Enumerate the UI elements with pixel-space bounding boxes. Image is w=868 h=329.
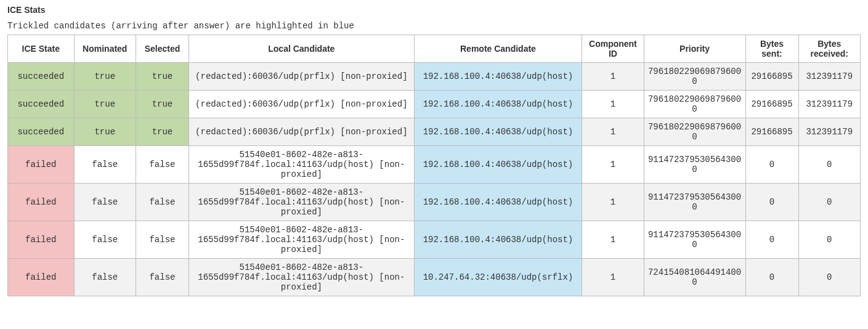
cell-bytes-received: 0 [798,184,860,221]
cell-remote: 192.168.100.4:40638/udp(host) [414,63,582,91]
cell-bytes-received: 0 [798,146,860,184]
cell-bytes-received: 312391179 [798,118,860,146]
cell-nominated: true [74,118,136,146]
cell-bytes-received: 312391179 [798,63,860,91]
cell-priority: 9114723795305643000 [644,221,745,259]
cell-selected: true [136,91,189,118]
cell-remote: 192.168.100.4:40638/udp(host) [414,146,582,184]
header-nominated: Nominated [74,35,136,63]
cell-bytes-received: 312391179 [798,91,860,118]
cell-bytes-received: 0 [798,259,860,296]
cell-ice-state: succeeded [8,63,75,91]
cell-bytes-sent: 0 [745,221,798,259]
cell-nominated: false [74,184,136,221]
cell-ice-state: failed [8,184,75,221]
cell-priority: 7961802290698796000 [644,63,745,91]
cell-bytes-sent: 29166895 [745,91,798,118]
cell-local: 51540e01-8602-482e-a813-1655d99f784f.loc… [189,259,414,296]
ice-stats-table: ICE State Nominated Selected Local Candi… [7,35,861,296]
section-heading: ICE Stats [7,5,861,15]
cell-bytes-sent: 29166895 [745,118,798,146]
cell-selected: false [136,146,189,184]
cell-component: 1 [582,63,644,91]
table-row: succeededtruetrue(redacted):60036/udp(pr… [8,118,861,146]
cell-bytes-sent: 29166895 [745,63,798,91]
cell-component: 1 [582,118,644,146]
header-local: Local Candidate [189,35,414,63]
cell-priority: 7961802290698796000 [644,118,745,146]
cell-component: 1 [582,91,644,118]
header-bytes-sent: Bytes sent: [745,35,798,63]
cell-ice-state: failed [8,221,75,259]
table-row: failedfalsefalse51540e01-8602-482e-a813-… [8,146,861,184]
cell-bytes-sent: 0 [745,184,798,221]
cell-component: 1 [582,146,644,184]
table-row: succeededtruetrue(redacted):60036/udp(pr… [8,91,861,118]
cell-ice-state: failed [8,146,75,184]
cell-ice-state: succeeded [8,118,75,146]
cell-local: 51540e01-8602-482e-a813-1655d99f784f.loc… [189,146,414,184]
cell-priority: 7961802290698796000 [644,91,745,118]
table-row: failedfalsefalse51540e01-8602-482e-a813-… [8,184,861,221]
cell-local: 51540e01-8602-482e-a813-1655d99f784f.loc… [189,184,414,221]
cell-selected: false [136,259,189,296]
cell-local: 51540e01-8602-482e-a813-1655d99f784f.loc… [189,221,414,259]
trickle-note: Trickled candidates (arriving after answ… [7,21,861,31]
cell-bytes-sent: 0 [745,259,798,296]
header-priority: Priority [644,35,745,63]
header-ice-state: ICE State [8,35,75,63]
cell-bytes-sent: 0 [745,146,798,184]
cell-priority: 9114723795305643000 [644,146,745,184]
cell-selected: true [136,63,189,91]
cell-selected: true [136,118,189,146]
cell-component: 1 [582,184,644,221]
table-header-row: ICE State Nominated Selected Local Candi… [8,35,861,63]
cell-remote: 192.168.100.4:40638/udp(host) [414,118,582,146]
cell-priority: 7241540810644914000 [644,259,745,296]
cell-nominated: false [74,259,136,296]
cell-component: 1 [582,221,644,259]
header-remote: Remote Candidate [414,35,582,63]
table-row: failedfalsefalse51540e01-8602-482e-a813-… [8,259,861,296]
table-row: succeededtruetrue(redacted):60036/udp(pr… [8,63,861,91]
cell-priority: 9114723795305643000 [644,184,745,221]
cell-nominated: true [74,91,136,118]
table-row: failedfalsefalse51540e01-8602-482e-a813-… [8,221,861,259]
cell-bytes-received: 0 [798,221,860,259]
cell-remote: 192.168.100.4:40638/udp(host) [414,91,582,118]
cell-local: (redacted):60036/udp(prflx) [non-proxied… [189,91,414,118]
cell-nominated: true [74,63,136,91]
cell-remote: 10.247.64.32:40638/udp(srflx) [414,259,582,296]
cell-selected: false [136,221,189,259]
cell-ice-state: succeeded [8,91,75,118]
cell-selected: false [136,184,189,221]
cell-nominated: false [74,221,136,259]
cell-remote: 192.168.100.4:40638/udp(host) [414,221,582,259]
cell-local: (redacted):60036/udp(prflx) [non-proxied… [189,118,414,146]
header-selected: Selected [136,35,189,63]
cell-nominated: false [74,146,136,184]
cell-remote: 192.168.100.4:40638/udp(host) [414,184,582,221]
header-bytes-received: Bytes received: [798,35,860,63]
cell-component: 1 [582,259,644,296]
header-component: Component ID [582,35,644,63]
cell-ice-state: failed [8,259,75,296]
cell-local: (redacted):60036/udp(prflx) [non-proxied… [189,63,414,91]
